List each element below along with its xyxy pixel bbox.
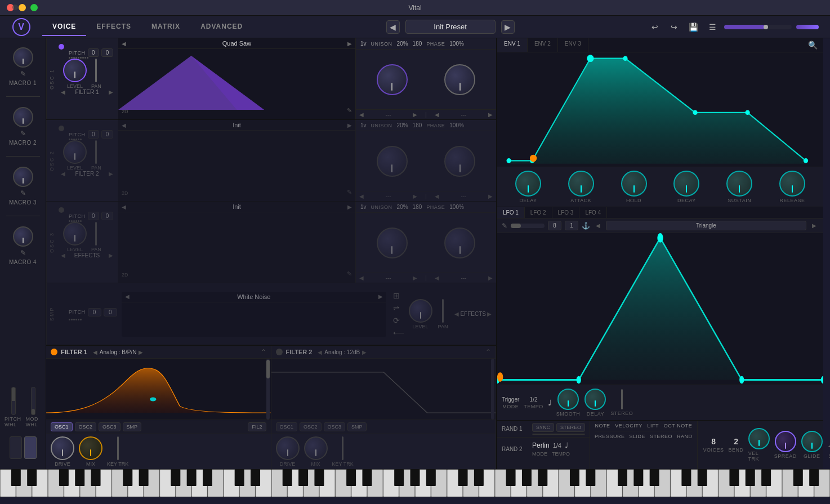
osc1-phase-knob[interactable] (444, 64, 475, 95)
pitch-wheel[interactable] (11, 387, 16, 415)
tab-voice[interactable]: VOICE (42, 18, 86, 36)
lfo-num1[interactable]: 8 (548, 221, 561, 230)
lfo1-tab[interactable]: LFO 1 (497, 207, 525, 218)
env-search-icon[interactable]: 🔍 (802, 38, 823, 52)
env3-tab[interactable]: ENV 3 (558, 38, 588, 52)
osc2-pitch-left[interactable]: 0 (88, 130, 100, 139)
smp-grid-icon[interactable]: ⊞ (393, 291, 404, 300)
filter1-fil2-btn[interactable]: FIL2 (248, 422, 266, 431)
osc1-active-dot[interactable] (59, 44, 64, 50)
piano-keyboard[interactable] (0, 469, 830, 497)
redo-button[interactable]: ↪ (667, 20, 681, 34)
env-decay-knob[interactable] (673, 171, 699, 197)
osc1-pitch-left[interactable]: 0 (88, 48, 100, 57)
filter1-active-dot[interactable] (51, 349, 57, 355)
filter2-osc1-btn[interactable]: OSC1 (276, 422, 298, 431)
lfo4-tab[interactable]: LFO 4 (579, 207, 607, 218)
menu-button[interactable]: ☰ (705, 20, 720, 34)
lfo-smooth-knob[interactable] (557, 389, 579, 410)
osc1-wave[interactable]: ◀ Quad Saw ▶ 2D ✎ (118, 38, 355, 119)
env2-tab[interactable]: ENV 2 (528, 38, 558, 52)
preset-prev-button[interactable]: ◀ (386, 20, 400, 34)
osc2-pitch-right[interactable]: 0 (101, 130, 113, 139)
env-delay-knob[interactable] (515, 171, 541, 197)
lfo-shape-select[interactable]: Triangle (606, 221, 806, 230)
osc3-wave[interactable]: ◀ Init ▶ 2D ✎ (118, 202, 355, 283)
lfo-anchor-icon[interactable]: ⚓ (582, 222, 590, 230)
maximize-button[interactable] (30, 4, 38, 11)
macro-1-knob[interactable] (13, 47, 33, 68)
macro-4-pen-icon[interactable]: ✎ (20, 249, 26, 257)
filter2-up-arrow[interactable]: ⌃ (485, 348, 491, 356)
osc2-level-knob[interactable] (63, 140, 87, 164)
filter1-smp-btn[interactable]: SMP (123, 422, 142, 431)
filter1-osc2-btn[interactable]: OSC2 (75, 422, 97, 431)
filter2-osc3-btn[interactable]: OSC3 (324, 422, 346, 431)
undo-button[interactable]: ↩ (648, 20, 662, 34)
macro-1-pen-icon[interactable]: ✎ (20, 70, 26, 78)
env-release-knob[interactable] (779, 171, 805, 197)
osc1-nav2-next[interactable]: ▶ (488, 111, 493, 118)
osc1-level-knob[interactable] (63, 59, 87, 82)
macro-2-knob[interactable] (13, 107, 33, 127)
osc1-wave-next[interactable]: ▶ (347, 41, 352, 47)
osc1-filter-next[interactable]: ▶ (109, 89, 113, 95)
lfo2-tab[interactable]: LFO 2 (525, 207, 552, 218)
osc1-pitch-right[interactable]: 0 (101, 48, 113, 57)
env1-tab[interactable]: ENV 1 (497, 38, 528, 52)
smp-repeat-icon[interactable]: ⟳ (393, 316, 404, 325)
osc2-active-dot[interactable] (59, 126, 64, 131)
macro-3-knob[interactable] (13, 167, 33, 187)
osc1-unison-knob[interactable] (377, 64, 408, 95)
tab-effects[interactable]: EFFECTS (86, 18, 141, 36)
filter1-osc1-btn[interactable]: OSC1 (51, 422, 73, 431)
rand1-sync-btn[interactable]: SYNC (532, 423, 554, 432)
osc2-phase-knob[interactable] (444, 146, 475, 177)
filter2-drive-knob[interactable] (276, 436, 300, 460)
rand1-stereo-btn[interactable]: STEREO (556, 423, 585, 432)
mod-wheel[interactable] (31, 387, 35, 415)
smp-shuffle-icon[interactable]: ⇌ (393, 304, 404, 313)
smp-pitch-left[interactable]: 0 (88, 308, 101, 316)
env-hold-knob[interactable] (621, 171, 647, 197)
smp-pitch-right[interactable]: 0 (104, 308, 117, 316)
preset-next-button[interactable]: ▶ (501, 20, 515, 34)
osc3-level-knob[interactable] (63, 222, 87, 246)
osc3-pitch-left[interactable]: 0 (88, 212, 100, 220)
osc3-phase-knob[interactable] (444, 228, 475, 258)
filter1-up-arrow[interactable]: ⌃ (261, 348, 266, 356)
osc1-filter-prev[interactable]: ◀ (61, 89, 65, 95)
glide-knob[interactable] (801, 431, 823, 452)
preset-name[interactable]: Init Preset (405, 20, 496, 34)
smp-reverse-icon[interactable]: ⟵ (393, 328, 404, 337)
osc2-wave[interactable]: ◀ Init ▶ 2D ✎ (118, 120, 355, 201)
filter2-mix-knob[interactable] (304, 436, 328, 460)
lfo-delay-knob[interactable] (584, 389, 606, 410)
filter2-active-dot[interactable] (276, 349, 283, 355)
tab-matrix[interactable]: MATRIX (141, 18, 190, 36)
osc3-unison-knob[interactable] (377, 228, 408, 258)
filter1-osc3-btn[interactable]: OSC3 (99, 422, 121, 431)
osc1-edit-icon[interactable]: ✎ (347, 107, 352, 114)
osc3-active-dot[interactable] (59, 207, 64, 213)
lfo-num2[interactable]: 1 (565, 221, 578, 230)
osc1-nav-next[interactable]: ▶ (413, 111, 417, 118)
osc2-unison-knob[interactable] (377, 146, 408, 177)
minimize-button[interactable] (19, 4, 26, 11)
env-sustain-knob[interactable] (726, 171, 752, 197)
osc1-nav2-prev[interactable]: ◀ (435, 111, 439, 118)
osc3-pitch-right[interactable]: 0 (101, 212, 113, 220)
filter2-smp-btn[interactable]: SMP (347, 422, 367, 431)
env-attack-knob[interactable] (568, 171, 594, 197)
macro-2-pen-icon[interactable]: ✎ (20, 130, 26, 137)
macro-4-knob[interactable] (13, 226, 33, 247)
filter1-mix-knob[interactable] (79, 436, 102, 460)
osc1-wave-prev[interactable]: ◀ (122, 41, 126, 47)
osc1-nav-prev[interactable]: ◀ (359, 111, 364, 118)
lfo3-tab[interactable]: LFO 3 (552, 207, 580, 218)
filter2-osc2-btn[interactable]: OSC2 (300, 422, 322, 431)
lfo-pen-icon[interactable]: ✎ (502, 222, 507, 230)
filter1-drive-knob[interactable] (51, 436, 74, 460)
spread-knob[interactable] (775, 431, 796, 452)
smp-level-knob[interactable] (409, 299, 432, 323)
